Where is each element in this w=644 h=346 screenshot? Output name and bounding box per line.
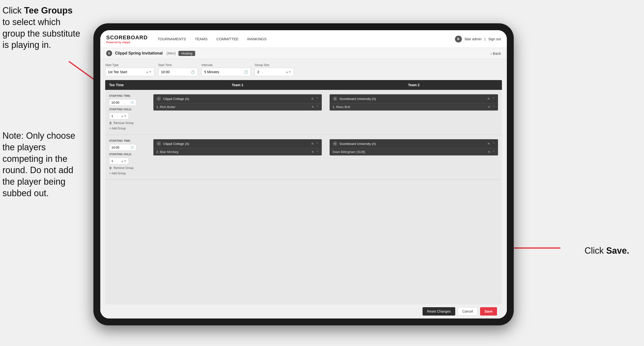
hole-input-1[interactable]: 1 ▲▼: [109, 113, 129, 119]
group-row: STARTING TIME: 10:00 🕐 STARTING HOLE: 1 …: [105, 90, 502, 135]
time-icon-2: 🕐: [130, 146, 134, 149]
event-name: Clippd Spring Invitational: [115, 51, 163, 55]
th-team2: Team 2: [326, 80, 502, 90]
team1-card-header-2: C Clippd College (A) ✕ ⌃: [154, 139, 322, 148]
time-col-1: STARTING TIME: 10:00 🕐 STARTING HOLE: 1 …: [105, 93, 150, 131]
instruction-suffix: to select which group the substitute is …: [2, 17, 80, 50]
team2-icon-2: S: [332, 141, 338, 146]
intervals-label: Intervals: [202, 63, 251, 67]
note-label: Note:: [2, 131, 26, 141]
player-expand-1-2[interactable]: ⌃: [316, 150, 319, 154]
note-text: Only choose the players competing in the…: [2, 131, 75, 198]
trash-icon-1: 🗑: [109, 121, 112, 125]
player-expand-2-2[interactable]: ⌃: [492, 150, 495, 154]
player-expand-2-1[interactable]: ⌃: [492, 105, 495, 109]
team1-icon-2: C: [156, 141, 161, 146]
player-expand-1[interactable]: ⌃: [316, 105, 319, 109]
start-time-input[interactable]: 10:00 🕐: [158, 68, 198, 76]
team1-card-2[interactable]: C Clippd College (A) ✕ ⌃ 2. Bla: [154, 139, 322, 155]
remove-group-btn-1[interactable]: 🗑 Remove Group: [109, 121, 146, 125]
nav-rankings[interactable]: RANKINGS: [247, 36, 266, 42]
add-group-btn-1[interactable]: + Add Group: [109, 127, 146, 130]
time-input-1[interactable]: 10:00 🕐: [109, 99, 136, 106]
table-body: STARTING TIME: 10:00 🕐 STARTING HOLE: 1 …: [105, 90, 502, 304]
team2-name-1: S Scoreboard University (A): [332, 96, 376, 101]
player-close-1-2[interactable]: ✕: [312, 150, 314, 154]
start-type-spinner: ▲▼: [146, 70, 152, 73]
instruction-prefix: Click: [2, 5, 24, 15]
expand-icon-t2-1[interactable]: ⌃: [492, 97, 495, 101]
back-link[interactable]: ‹ Back: [490, 51, 501, 55]
time-col-2: STARTING TIME: 10:05 🕐 STARTING HOLE: 1 …: [105, 138, 150, 176]
time-input-2[interactable]: 10:05 🕐: [109, 144, 136, 151]
team2-card-header-1: S Scoreboard University (A) ✕ ⌃: [330, 94, 498, 103]
clock-icon-2: 🕐: [244, 70, 248, 74]
hole-spinner-2: ▲▼: [121, 160, 126, 163]
expand-icon-1[interactable]: ⌃: [316, 97, 319, 101]
team1-card-1[interactable]: C Clippd College (A) ✕ ⌃ 1. Ric: [154, 94, 322, 110]
team2-icon-1: S: [332, 96, 338, 101]
intervals-input[interactable]: 5 Minutes 🕐: [202, 68, 251, 76]
player-close-1[interactable]: ✕: [312, 105, 314, 109]
clock-icon: 🕐: [191, 70, 195, 74]
cancel-button[interactable]: Cancel: [458, 307, 478, 316]
instruction-bold: Tee Groups: [24, 5, 72, 15]
save-button[interactable]: Save: [480, 307, 497, 316]
team2-col-2: S Scoreboard University (A) ✕ ⌃: [326, 138, 502, 156]
start-type-label: Start Type: [105, 63, 154, 67]
group-size-input[interactable]: 2 ▲▼: [255, 68, 294, 76]
reset-changes-button[interactable]: Reset Changes: [422, 307, 455, 316]
subheader-left: B Clippd Spring Invitational (Men) Hosti…: [106, 50, 195, 56]
instruction-bottom: Note: Only choose the players competing …: [2, 130, 86, 199]
th-tee-time: Tee Time: [105, 80, 150, 90]
start-type-input[interactable]: 1st Tee Start ▲▼: [105, 68, 154, 76]
player-controls-1-2: ✕ ⌃: [312, 150, 319, 154]
hosting-badge: Hosting: [178, 51, 195, 56]
close-icon-1[interactable]: ✕: [311, 97, 314, 101]
team1-icon-1: C: [156, 96, 161, 101]
close-icon-t1-2[interactable]: ✕: [311, 142, 314, 146]
close-icon-t2-2[interactable]: ✕: [487, 142, 490, 146]
main-content: Start Type 1st Tee Start ▲▼ Start Time 1…: [100, 59, 507, 319]
team1-col-2: C Clippd College (A) ✕ ⌃ 2. Bla: [150, 138, 326, 156]
expand-icon-t1-2[interactable]: ⌃: [316, 142, 319, 146]
expand-icon-t2-2[interactable]: ⌃: [492, 142, 495, 146]
player-close-2-2[interactable]: ✕: [488, 150, 490, 154]
nav-right: B blair admin | Sign out: [455, 36, 501, 42]
player-row-2-1: 1. Rees Britt ✕ ⌃: [330, 103, 498, 110]
team1-card-header-1: C Clippd College (A) ✕ ⌃: [154, 94, 322, 103]
team1-col-1: C Clippd College (A) ✕ ⌃ 1. Ric: [150, 93, 326, 111]
action-bar: Reset Changes Cancel Save: [105, 304, 502, 319]
team2-card-2[interactable]: S Scoreboard University (A) ✕ ⌃: [330, 139, 498, 155]
nav-committee[interactable]: COMMITTEE: [216, 36, 238, 42]
nav-links: TOURNAMENTS TEAMS COMMITTEE RANKINGS: [158, 36, 455, 42]
hole-input-2[interactable]: 1 ▲▼: [109, 158, 129, 164]
add-group-btn-2[interactable]: + Add Group: [109, 172, 146, 175]
team1-controls-1: ✕ ⌃: [311, 97, 319, 101]
click-save-bold: Save.: [606, 246, 629, 256]
player-row-1-2: 2. Blair McHarg ✕ ⌃: [154, 148, 322, 155]
time-icon-1: 🕐: [130, 101, 134, 104]
nav-tournaments[interactable]: TOURNAMENTS: [158, 36, 186, 42]
remove-group-btn-2[interactable]: 🗑 Remove Group: [109, 166, 146, 170]
sign-out-link[interactable]: Sign out: [488, 37, 501, 41]
logo-brand: clippd: [122, 41, 130, 44]
player-row-1-1: 1. Rich Butler ✕ ⌃: [154, 103, 322, 110]
close-icon-t2-1[interactable]: ✕: [487, 97, 490, 101]
player-close-2-1[interactable]: ✕: [488, 105, 490, 109]
event-icon: B: [106, 50, 112, 56]
group-size-spinner: ▲▼: [286, 70, 291, 73]
start-time-label: Start Time: [158, 63, 198, 67]
hole-spinner-1: ▲▼: [121, 115, 126, 118]
instruction-top: Click Tee Groups to select which group t…: [2, 5, 81, 51]
starting-time-label-1: STARTING TIME:: [109, 94, 146, 97]
team2-card-1[interactable]: S Scoreboard University (A) ✕ ⌃: [330, 94, 498, 110]
team2-name-2: S Scoreboard University (A): [332, 141, 376, 146]
event-gender: (Men): [167, 51, 176, 55]
team1-controls-2: ✕ ⌃: [311, 142, 319, 146]
trash-icon-2: 🗑: [109, 166, 112, 170]
nav-teams[interactable]: TEAMS: [195, 36, 208, 42]
intervals-group: Intervals 5 Minutes 🕐: [202, 63, 251, 76]
team2-controls-2: ✕ ⌃: [487, 142, 495, 146]
team2-col-1: S Scoreboard University (A) ✕ ⌃: [326, 93, 502, 111]
